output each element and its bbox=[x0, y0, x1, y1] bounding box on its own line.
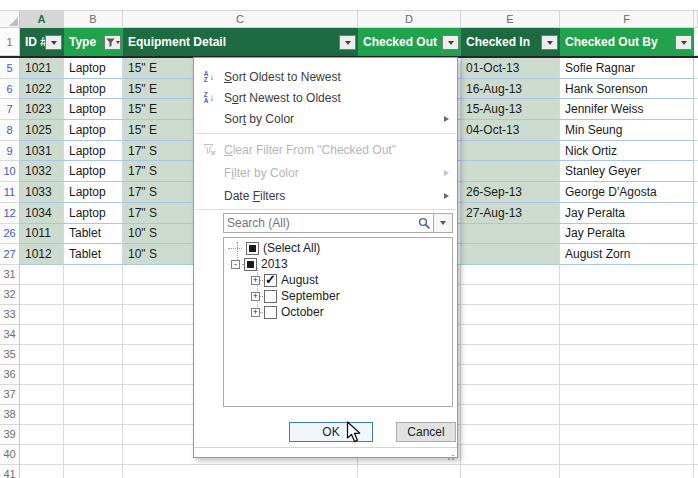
cell-checked-out-by[interactable]: Jay Peralta bbox=[560, 224, 694, 245]
row-number[interactable]: 27 bbox=[0, 244, 20, 265]
row-number[interactable]: 10 bbox=[0, 161, 20, 182]
header-g-sliver[interactable] bbox=[694, 28, 698, 56]
row-number[interactable]: 5 bbox=[0, 58, 20, 79]
tree-item-august[interactable]: + ✓ August bbox=[251, 272, 318, 288]
menu-item-sort-oldest[interactable]: AZ ↓ Sort Oldest to Newest bbox=[194, 66, 457, 87]
row-number[interactable]: 37 bbox=[0, 385, 20, 405]
cell-id[interactable]: 1021 bbox=[20, 58, 64, 79]
cell-id[interactable]: 1022 bbox=[20, 79, 64, 100]
cell-checked-in[interactable]: 04-Oct-13 bbox=[461, 120, 560, 141]
search-combo-button[interactable] bbox=[433, 214, 452, 232]
row-number[interactable]: 36 bbox=[0, 365, 20, 385]
checkbox-september[interactable] bbox=[264, 290, 277, 303]
cell-empty[interactable] bbox=[694, 58, 698, 79]
cell-checked-out-by[interactable]: George D'Agosta bbox=[560, 182, 694, 203]
cell-type[interactable]: Laptop bbox=[64, 161, 123, 182]
cell-id[interactable]: 1032 bbox=[20, 161, 64, 182]
checkbox-2013[interactable] bbox=[244, 258, 257, 271]
tree-item-select-all[interactable]: (Select All) bbox=[242, 240, 320, 256]
cell-id[interactable]: 1025 bbox=[20, 120, 64, 141]
filter-dropdown-button-checked-in[interactable] bbox=[541, 35, 558, 50]
tree-item-september[interactable]: + September bbox=[251, 288, 340, 304]
filter-dropdown-button-checked-out[interactable] bbox=[442, 35, 459, 50]
expand-expander-icon[interactable]: + bbox=[251, 292, 260, 301]
column-header-d[interactable]: D bbox=[358, 11, 461, 28]
row-number[interactable]: 32 bbox=[0, 285, 20, 305]
search-input[interactable] bbox=[224, 216, 418, 230]
menu-item-sort-by-color[interactable]: Sort by Color bbox=[194, 108, 457, 129]
cell-checked-in[interactable]: 27-Aug-13 bbox=[461, 203, 560, 224]
tree-item-october[interactable]: + October bbox=[251, 304, 324, 320]
collapse-expander-icon[interactable]: - bbox=[231, 260, 240, 269]
cell-checked-in[interactable] bbox=[461, 244, 560, 265]
cell-checked-out-by[interactable]: Jay Peralta bbox=[560, 203, 694, 224]
expand-expander-icon[interactable]: + bbox=[251, 276, 260, 285]
checkbox-select-all[interactable] bbox=[246, 242, 259, 255]
cell-checked-out-by[interactable]: August Zorn bbox=[560, 244, 694, 265]
row-number[interactable]: 38 bbox=[0, 405, 20, 425]
header-cell-type[interactable]: Type bbox=[64, 28, 123, 56]
row-number[interactable]: 31 bbox=[0, 265, 20, 285]
row-number[interactable]: 7 bbox=[0, 99, 20, 120]
cell-type[interactable]: Laptop bbox=[64, 182, 123, 203]
row-number-1[interactable]: 1 bbox=[0, 28, 20, 56]
cell-empty[interactable] bbox=[694, 182, 698, 203]
cell-checked-in[interactable]: 16-Aug-13 bbox=[461, 79, 560, 100]
column-header-f[interactable]: F bbox=[560, 11, 694, 28]
cell-id[interactable]: 1033 bbox=[20, 182, 64, 203]
row-number[interactable]: 41 bbox=[0, 465, 20, 478]
row-number[interactable]: 8 bbox=[0, 120, 20, 141]
cell-empty[interactable] bbox=[694, 161, 698, 182]
cell-type[interactable]: Laptop bbox=[64, 58, 123, 79]
cell-checked-in[interactable]: 26-Sep-13 bbox=[461, 182, 560, 203]
header-cell-checked-out[interactable]: Checked Out bbox=[358, 28, 461, 56]
header-cell-equipment-detail[interactable]: Equipment Detail bbox=[123, 28, 358, 56]
column-header-c[interactable]: C bbox=[123, 11, 358, 28]
menu-item-sort-newest[interactable]: ZA ↓ Sort Newest to Oldest bbox=[194, 87, 457, 108]
select-all-corner[interactable] bbox=[0, 11, 20, 28]
filter-dropdown-button-equipment-detail[interactable] bbox=[339, 35, 356, 50]
row-number[interactable]: 39 bbox=[0, 425, 20, 445]
cell-checked-in[interactable] bbox=[461, 141, 560, 162]
cancel-button[interactable]: Cancel bbox=[396, 422, 456, 442]
cell-checked-in[interactable] bbox=[461, 224, 560, 245]
cell-type[interactable]: Laptop bbox=[64, 99, 123, 120]
row-number[interactable]: 9 bbox=[0, 141, 20, 162]
cell-type[interactable]: Laptop bbox=[64, 203, 123, 224]
cell-empty[interactable] bbox=[694, 244, 698, 265]
row-number[interactable]: 34 bbox=[0, 325, 20, 345]
cell-checked-out-by[interactable]: Sofie Ragnar bbox=[560, 58, 694, 79]
filter-dropdown-button-id[interactable] bbox=[45, 35, 62, 50]
row-number[interactable]: 6 bbox=[0, 79, 20, 100]
cell-checked-in[interactable]: 15-Aug-13 bbox=[461, 99, 560, 120]
tree-item-2013[interactable]: - 2013 bbox=[231, 256, 288, 272]
cell-type[interactable]: Laptop bbox=[64, 79, 123, 100]
cell-id[interactable]: 1023 bbox=[20, 99, 64, 120]
cell-checked-out-by[interactable]: Hank Sorenson bbox=[560, 79, 694, 100]
row-number[interactable]: 33 bbox=[0, 305, 20, 325]
menu-item-date-filters[interactable]: Date Filters bbox=[194, 184, 457, 207]
cell-empty[interactable] bbox=[694, 120, 698, 141]
cell-id[interactable]: 1012 bbox=[20, 244, 64, 265]
column-header-g-sliver[interactable] bbox=[694, 11, 698, 28]
cell-checked-out-by[interactable]: Stanley Geyer bbox=[560, 161, 694, 182]
cell-empty[interactable] bbox=[694, 203, 698, 224]
checkbox-october[interactable] bbox=[264, 306, 277, 319]
cell-empty[interactable] bbox=[694, 141, 698, 162]
cell-checked-out-by[interactable]: Jennifer Weiss bbox=[560, 99, 694, 120]
header-cell-checked-in[interactable]: Checked In bbox=[461, 28, 560, 56]
cell-type[interactable]: Laptop bbox=[64, 141, 123, 162]
column-header-b[interactable]: B bbox=[64, 11, 123, 28]
cell-checked-out-by[interactable]: Min Seung bbox=[560, 120, 694, 141]
header-cell-checked-out-by[interactable]: Checked Out By bbox=[560, 28, 694, 56]
filter-dropdown-button-checked-out-by[interactable] bbox=[675, 35, 692, 50]
expand-expander-icon[interactable]: + bbox=[251, 308, 260, 317]
cell-id[interactable]: 1034 bbox=[20, 203, 64, 224]
row-number[interactable]: 40 bbox=[0, 445, 20, 465]
cell-id[interactable]: 1011 bbox=[20, 224, 64, 245]
filter-dropdown-button-type[interactable] bbox=[104, 35, 121, 50]
cell-type[interactable]: Laptop bbox=[64, 120, 123, 141]
column-header-e[interactable]: E bbox=[461, 11, 560, 28]
cell-checked-out-by[interactable]: Nick Ortiz bbox=[560, 141, 694, 162]
header-cell-id[interactable]: ID # bbox=[20, 28, 64, 56]
